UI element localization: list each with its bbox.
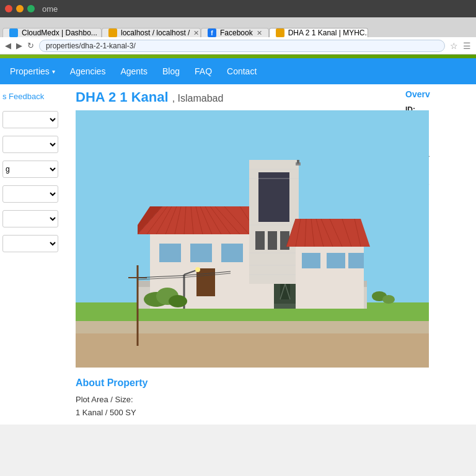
svg-point-68 <box>169 295 187 307</box>
svg-rect-55 <box>190 244 212 262</box>
main-navigation: Properties ▾ Agencies Agents Blog FAQ Co… <box>0 58 476 84</box>
address-input[interactable] <box>39 40 445 52</box>
property-image-svg <box>76 110 429 368</box>
nav-blog-label: Blog <box>162 66 180 76</box>
menu-icon[interactable]: ☰ <box>463 41 471 51</box>
filter-select-1[interactable] <box>2 111 58 128</box>
tab-facebook[interactable]: f Facebook ✕ <box>201 28 269 37</box>
svg-rect-59 <box>348 253 364 268</box>
filter-select-5[interactable] <box>2 210 58 227</box>
svg-rect-34 <box>255 231 265 250</box>
tab-label: CloudMedx | Dashbo... <box>22 29 97 37</box>
filter-select-2[interactable] <box>2 136 58 153</box>
tab-close-localhost[interactable]: ✕ <box>193 29 199 37</box>
svg-rect-2 <box>76 333 429 368</box>
nav-contact-label: Contact <box>227 66 257 76</box>
tab-icon-dha <box>276 29 284 37</box>
nav-properties-chevron: ▾ <box>52 68 55 75</box>
tab-label-dha: DHA 2 1 Kanal | MYHC... <box>288 29 368 37</box>
filter-select-3[interactable]: g <box>2 161 58 178</box>
nav-agents[interactable]: Agents <box>120 66 148 76</box>
tab-icon-localhost <box>108 29 117 37</box>
tab-label-localhost: localhost / localhost / <box>121 29 190 37</box>
svg-rect-57 <box>302 253 320 268</box>
close-button[interactable] <box>5 5 12 12</box>
filter-select-4[interactable] <box>2 185 58 203</box>
about-property-title: About Property <box>76 377 394 389</box>
back-button[interactable]: ◀ <box>5 41 11 50</box>
overview-title: Overv <box>405 89 472 99</box>
star-icon[interactable]: ☆ <box>450 41 458 51</box>
nav-properties-label: Properties <box>10 66 50 76</box>
tab-icon-facebook: f <box>208 29 216 37</box>
nav-agencies[interactable]: Agencies <box>70 66 106 76</box>
svg-point-63 <box>195 267 200 272</box>
address-bar: ◀ ▶ ↻ ☆ ☰ <box>0 37 476 55</box>
maximize-button[interactable] <box>27 5 35 12</box>
browser-title: ome <box>42 4 58 14</box>
svg-rect-72 <box>297 160 299 164</box>
browser-chrome: ome <box>0 0 476 17</box>
svg-rect-58 <box>327 253 345 268</box>
nav-properties[interactable]: Properties ▾ <box>10 66 55 76</box>
svg-rect-35 <box>268 231 277 250</box>
property-plot-area-value: 1 Kanal / 500 SY <box>76 407 394 420</box>
minimize-button[interactable] <box>16 5 24 12</box>
tab-close-facebook[interactable]: ✕ <box>257 29 262 37</box>
nav-faq-label: FAQ <box>195 66 212 76</box>
website: Properties ▾ Agencies Agents Blog FAQ Co… <box>0 55 476 425</box>
nav-contact[interactable]: Contact <box>227 66 257 76</box>
tab-icon-cloudmedx <box>9 29 18 37</box>
left-sidebar: s Feedback g <box>0 84 68 425</box>
property-plot-area-label: Plot Area / Size: <box>76 394 394 407</box>
property-city: , Islamabad <box>172 93 224 104</box>
svg-point-70 <box>382 295 395 304</box>
tab-dha[interactable]: DHA 2 1 Kanal | MYHC... ✕ <box>269 28 368 37</box>
feedback-link[interactable]: s Feedback <box>2 89 63 104</box>
page-layout: s Feedback g <box>0 84 476 425</box>
filter-selects: g <box>2 111 63 252</box>
tab-bar: CloudMedx | Dashbo... ✕ localhost / loca… <box>0 17 476 37</box>
svg-rect-33 <box>258 172 289 222</box>
nav-faq[interactable]: FAQ <box>195 66 212 76</box>
tab-label-facebook: Facebook <box>220 29 253 37</box>
property-image <box>76 110 429 368</box>
property-name: DHA 2 1 Kanal <box>76 89 169 105</box>
svg-rect-56 <box>221 244 243 262</box>
svg-rect-60 <box>196 268 215 296</box>
nav-agents-label: Agents <box>120 66 148 76</box>
reload-button[interactable]: ↻ <box>27 41 34 50</box>
tab-localhost[interactable]: localhost / localhost / ✕ <box>102 28 201 37</box>
forward-button[interactable]: ▶ <box>16 41 22 50</box>
svg-rect-36 <box>280 231 289 250</box>
about-property-section: About Property Plot Area / Size: 1 Kanal… <box>76 377 394 420</box>
tab-cloudmedx[interactable]: CloudMedx | Dashbo... ✕ <box>2 28 102 37</box>
svg-rect-54 <box>159 244 181 262</box>
nav-blog[interactable]: Blog <box>162 66 180 76</box>
main-content: DHA 2 1 Kanal , Islamabad <box>68 84 402 425</box>
property-title: DHA 2 1 Kanal , Islamabad <box>76 89 394 105</box>
nav-agencies-label: Agencies <box>70 66 106 76</box>
filter-select-6[interactable] <box>2 235 58 252</box>
